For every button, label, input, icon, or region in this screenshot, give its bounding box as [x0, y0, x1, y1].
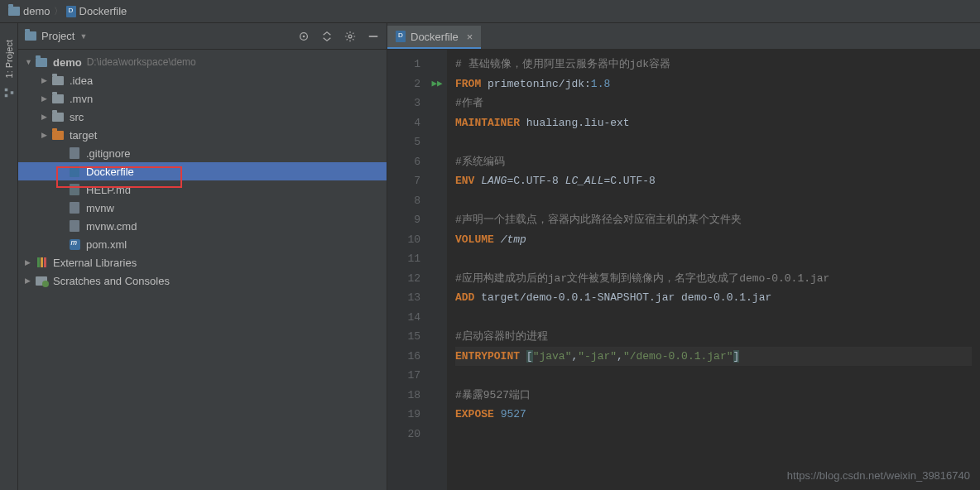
- sidebar-title-label: Project: [41, 30, 74, 42]
- editor-tab-dockerfile[interactable]: Dockerfile ×: [387, 26, 481, 49]
- docker-file-icon: [66, 6, 76, 17]
- folder-icon: [36, 58, 47, 67]
- line-gutter: 1234567891011121314151617181920: [387, 50, 427, 490]
- run-marker: [427, 269, 447, 289]
- docker-file-icon: [70, 166, 79, 177]
- expand-arrow-icon[interactable]: ▶: [25, 276, 35, 285]
- expand-icon[interactable]: [320, 30, 334, 43]
- breadcrumb-file-label: Dockerfile: [79, 5, 127, 17]
- tree-item-help-md[interactable]: HELP.md: [18, 180, 387, 199]
- svg-point-5: [348, 35, 352, 38]
- chevron-right-icon: 〉: [54, 5, 63, 17]
- run-marker: [427, 366, 447, 386]
- run-marker: [427, 152, 447, 172]
- scratches-label: Scratches and Consoles: [53, 275, 170, 287]
- tree-root[interactable]: ▼ demo D:\idea\workspace\demo: [18, 53, 387, 71]
- tree-item-mvnw[interactable]: mvnw: [18, 199, 387, 217]
- editor-body[interactable]: 1234567891011121314151617181920 ▶▶ # 基础镜…: [387, 50, 980, 490]
- expand-arrow-icon[interactable]: ▶: [41, 76, 51, 84]
- scratches-icon: [36, 276, 47, 286]
- run-marker: [427, 191, 447, 211]
- folder-icon: [52, 94, 64, 103]
- tree-item-label: .mvn: [70, 93, 93, 105]
- library-icon: [37, 257, 46, 267]
- project-sidebar: Project ▼ ▼ demo D:\idea\workspace\demo …: [18, 23, 387, 490]
- tree-item--idea[interactable]: ▶.idea: [18, 71, 387, 89]
- settings-icon[interactable]: [343, 30, 357, 43]
- tree-item-label: mvnw.cmd: [86, 220, 137, 233]
- tree-root-path: D:\idea\workspace\demo: [87, 56, 196, 68]
- tree-item-pom-xml[interactable]: pom.xml: [18, 235, 387, 253]
- run-marker: [427, 327, 447, 347]
- run-marker: [427, 113, 447, 133]
- structure-tool-icon[interactable]: [2, 84, 16, 101]
- code-area[interactable]: # 基础镜像，使用阿里云服务器中的jdk容器FROM primetoninc/j…: [447, 50, 980, 490]
- folder-icon: [52, 131, 64, 140]
- svg-rect-1: [4, 94, 7, 98]
- breadcrumb-root-label: demo: [23, 5, 50, 17]
- expand-arrow-icon[interactable]: ▶: [25, 258, 35, 267]
- docker-file-icon: [396, 31, 406, 42]
- svg-rect-0: [4, 89, 7, 92]
- svg-rect-2: [10, 92, 13, 95]
- markdown-file-icon: [70, 184, 79, 195]
- editor-tabs: Dockerfile ×: [387, 23, 980, 50]
- tree-item-src[interactable]: ▶src: [18, 108, 387, 126]
- project-tree[interactable]: ▼ demo D:\idea\workspace\demo ▶.idea▶.mv…: [18, 50, 387, 490]
- run-marker: [427, 386, 447, 406]
- svg-point-4: [303, 35, 305, 37]
- run-marker: [427, 347, 447, 367]
- hide-icon[interactable]: [367, 30, 380, 43]
- breadcrumb-bar: demo 〉 Dockerfile: [0, 0, 980, 23]
- run-marker: [427, 210, 447, 230]
- run-marker: [427, 171, 447, 191]
- dropdown-icon[interactable]: ▼: [79, 32, 87, 41]
- run-marker: [427, 230, 447, 250]
- tool-window-stripe: 1: Project: [0, 23, 18, 490]
- run-marker: [427, 288, 447, 308]
- tree-item-mvnw-cmd[interactable]: mvnw.cmd: [18, 217, 387, 235]
- tree-item--gitignore[interactable]: .gitignore: [18, 144, 387, 162]
- tree-item-label: Dockerfile: [86, 166, 134, 178]
- expand-arrow-icon[interactable]: ▶: [41, 131, 51, 139]
- tree-item-label: .gitignore: [86, 147, 130, 160]
- tree-item-label: target: [70, 129, 97, 142]
- file-icon: [70, 220, 79, 232]
- tree-item-target[interactable]: ▶target: [18, 126, 387, 144]
- tree-scratches[interactable]: ▶ Scratches and Consoles: [18, 271, 387, 290]
- folder-icon: [8, 7, 20, 16]
- run-marker: [427, 94, 447, 113]
- tree-external-libs[interactable]: ▶ External Libraries: [18, 253, 387, 271]
- run-marker: [427, 405, 447, 425]
- tree-item-label: pom.xml: [86, 238, 127, 251]
- tree-item--mvn[interactable]: ▶.mvn: [18, 89, 387, 108]
- file-icon: [70, 202, 79, 214]
- tree-item-dockerfile[interactable]: Dockerfile: [18, 162, 387, 180]
- run-marker[interactable]: ▶▶: [427, 74, 447, 94]
- watermark: https://blog.csdn.net/weixin_39816740: [787, 469, 970, 482]
- locate-icon[interactable]: [297, 30, 310, 43]
- external-libs-label: External Libraries: [53, 257, 137, 269]
- expand-arrow-icon[interactable]: ▼: [25, 58, 35, 66]
- file-icon: [70, 147, 79, 159]
- run-marker: [427, 55, 447, 74]
- tree-item-label: HELP.md: [86, 184, 131, 196]
- expand-arrow-icon[interactable]: ▶: [41, 94, 51, 103]
- breadcrumb-root[interactable]: demo: [8, 5, 50, 17]
- tree-item-label: src: [70, 111, 84, 123]
- run-marker: [427, 132, 447, 152]
- maven-file-icon: [70, 239, 80, 250]
- run-gutter: ▶▶: [427, 50, 447, 490]
- folder-icon: [52, 76, 64, 85]
- svg-rect-6: [369, 36, 378, 37]
- project-tool-tab[interactable]: 1: Project: [4, 40, 14, 78]
- tree-root-label: demo: [53, 56, 82, 69]
- run-marker: [427, 425, 447, 444]
- folder-icon: [52, 113, 64, 122]
- breadcrumb-file[interactable]: Dockerfile: [66, 5, 127, 17]
- expand-arrow-icon[interactable]: ▶: [41, 113, 51, 121]
- close-tab-icon[interactable]: ×: [467, 31, 473, 43]
- run-marker: [427, 249, 447, 269]
- sidebar-header: Project ▼: [18, 23, 387, 50]
- run-marker: [427, 308, 447, 328]
